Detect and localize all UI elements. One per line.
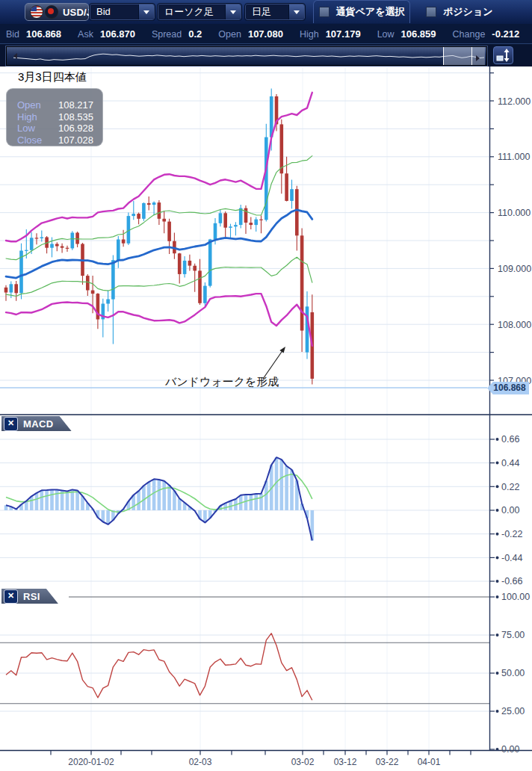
pair-select-checkbox[interactable] <box>319 7 330 17</box>
svg-text:75.00: 75.00 <box>501 630 525 640</box>
svg-text:25.00: 25.00 <box>501 706 525 716</box>
svg-text:03-02: 03-02 <box>291 757 315 767</box>
ohlc-tooltip: Open 108.217 High 108.535 Low 106.928 Cl… <box>6 88 103 146</box>
ohlc-row-high: High 108.535 <box>7 111 102 123</box>
ohlc-row-close: Close 107.028 <box>7 134 102 146</box>
svg-text:02-03: 02-03 <box>189 757 212 767</box>
scroll-right-icon[interactable] <box>476 55 483 61</box>
us-flag-icon <box>30 5 43 19</box>
svg-text:108.000: 108.000 <box>498 320 531 330</box>
svg-text:-0.22: -0.22 <box>501 529 523 539</box>
price-type-select[interactable]: Bid <box>90 4 155 20</box>
macd-panel-label: MACD <box>23 418 54 430</box>
ohlc-row-open: Open 108.217 <box>7 99 102 111</box>
jp-flag-icon <box>45 5 58 19</box>
overview-sparkline <box>7 47 485 65</box>
expand-chart-button[interactable] <box>493 46 513 64</box>
svg-text:109.000: 109.000 <box>498 264 531 274</box>
macd-close-icon[interactable]: ✕ <box>4 417 18 431</box>
svg-text:03-22: 03-22 <box>376 757 399 767</box>
chevron-down-icon[interactable] <box>138 4 154 19</box>
quote-ask: Ask106.870 <box>78 28 135 40</box>
svg-text:100.00: 100.00 <box>501 592 530 602</box>
timeframe-select[interactable]: 日足 <box>245 4 305 20</box>
quote-high: High107.179 <box>300 28 361 40</box>
ohlc-tooltip-title: 3月3日四本値 <box>18 70 87 84</box>
quote-low: Low106.859 <box>377 28 436 40</box>
chart-stage: 107.000108.000109.000110.000111.000112.0… <box>0 0 532 771</box>
svg-text:0.00: 0.00 <box>501 744 519 755</box>
fx-chart-window: { "header": { "pair": "USD/JPY", "price_… <box>0 0 532 771</box>
annotation-arrow <box>263 347 285 379</box>
quote-spread: Spread0.2 <box>152 28 202 40</box>
position-checkbox[interactable] <box>426 7 436 17</box>
overview-strip <box>0 43 532 66</box>
svg-text:110.000: 110.000 <box>498 208 531 218</box>
quote-change: Change-0.212 <box>453 28 520 40</box>
current-price-badge: 106.868 <box>487 382 529 394</box>
ohlc-row-low: Low 106.928 <box>7 123 102 134</box>
quote-bar: Bid106.868 Ask106.870 Spread0.2 Open107.… <box>0 24 532 43</box>
rsi-panel-label: RSI <box>23 591 40 602</box>
svg-text:2020-01-02: 2020-01-02 <box>68 757 114 767</box>
currency-pair-button[interactable]: USD/JPY <box>25 3 89 21</box>
scroll-left-icon[interactable] <box>10 53 17 59</box>
svg-text:03-12: 03-12 <box>334 757 357 767</box>
rsi-close-icon[interactable]: ✕ <box>4 589 18 604</box>
svg-text:111.000: 111.000 <box>498 152 530 162</box>
svg-text:-0.44: -0.44 <box>501 553 523 563</box>
pair-select-checkbox-panel[interactable]: 通貨ペアを選択 <box>313 0 410 23</box>
svg-text:0.66: 0.66 <box>501 434 519 445</box>
svg-text:0.00: 0.00 <box>501 505 519 515</box>
quote-open: Open107.080 <box>218 28 283 40</box>
position-checkbox-row[interactable]: ポジション <box>426 0 493 23</box>
svg-text:04-01: 04-01 <box>418 757 441 767</box>
svg-text:50.00: 50.00 <box>501 668 525 678</box>
svg-text:0.44: 0.44 <box>501 458 519 468</box>
bandwalk-annotation: バンドウォークを形成 <box>165 375 279 389</box>
chevron-down-icon[interactable] <box>225 4 241 19</box>
chevron-down-icon[interactable] <box>288 4 304 19</box>
overview-scrollbar[interactable] <box>6 46 487 66</box>
quote-bid: Bid106.868 <box>6 28 61 40</box>
svg-text:-0.66: -0.66 <box>501 576 523 586</box>
toolbar: USD/JPY Bid ローソク足 日足 通貨ペアを選択 ポジション <box>0 0 532 24</box>
macd-panel-tab: ✕ MACD <box>1 416 72 431</box>
resize-arrows-icon <box>494 47 513 64</box>
chart-type-select[interactable]: ローソク足 <box>158 4 241 20</box>
svg-text:0.22: 0.22 <box>501 482 519 492</box>
svg-text:112.000: 112.000 <box>498 96 531 107</box>
